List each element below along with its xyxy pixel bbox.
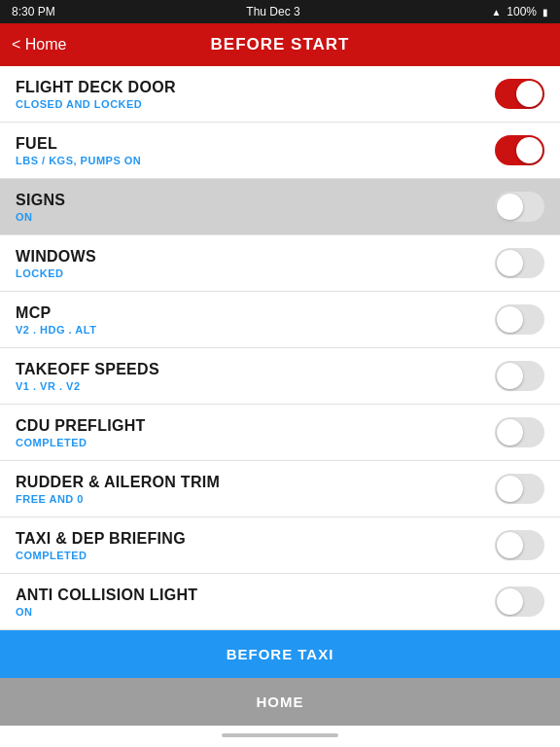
item-subtitle-mcp: V2 . HDG . ALT bbox=[16, 324, 96, 336]
toggle-cdu-preflight[interactable] bbox=[495, 417, 544, 447]
toggle-mcp[interactable] bbox=[495, 304, 544, 335]
item-title-flight-deck-door: FLIGHT DECK DOOR bbox=[16, 79, 176, 96]
nav-bar: < Home BEFORE START bbox=[0, 23, 560, 66]
toggle-thumb-fuel bbox=[516, 137, 542, 163]
checklist-item-windows[interactable]: WINDOWSLOCKED bbox=[0, 235, 560, 292]
checklist-item-rudder-aileron[interactable]: RUDDER & AILERON TRIMFREE AND 0 bbox=[0, 461, 560, 517]
item-subtitle-cdu-preflight: COMPLETED bbox=[16, 437, 146, 448]
status-date: Thu Dec 3 bbox=[246, 5, 299, 18]
item-title-rudder-aileron: RUDDER & AILERON TRIM bbox=[16, 474, 220, 491]
toggle-rudder-aileron[interactable] bbox=[495, 474, 544, 504]
toggle-track-fuel bbox=[495, 135, 544, 165]
item-subtitle-windows: LOCKED bbox=[16, 267, 96, 279]
checklist-item-anti-collision[interactable]: ANTI COLLISION LIGHTON bbox=[0, 574, 560, 630]
toggle-thumb-rudder-aileron bbox=[497, 476, 523, 502]
battery-percent: 100% bbox=[507, 5, 537, 18]
toggle-windows[interactable] bbox=[495, 248, 544, 278]
item-title-signs: SIGNS bbox=[16, 192, 65, 209]
toggle-flight-deck-door[interactable] bbox=[495, 79, 544, 109]
home-bar bbox=[222, 733, 338, 737]
checklist-item-mcp[interactable]: MCPV2 . HDG . ALT bbox=[0, 292, 560, 348]
item-subtitle-fuel: LBS / KGS, PUMPS ON bbox=[16, 155, 141, 166]
toggle-track-flight-deck-door bbox=[495, 79, 544, 109]
item-title-takeoff-speeds: TAKEOFF SPEEDS bbox=[16, 361, 159, 378]
item-title-taxi-dep-briefing: TAXI & DEP BRIEFING bbox=[16, 530, 186, 548]
item-subtitle-rudder-aileron: FREE AND 0 bbox=[16, 493, 220, 505]
toggle-thumb-takeoff-speeds bbox=[497, 363, 523, 389]
toggle-fuel[interactable] bbox=[495, 135, 544, 165]
toggle-track-takeoff-speeds bbox=[495, 361, 544, 391]
toggle-track-rudder-aileron bbox=[495, 474, 544, 504]
item-title-anti-collision: ANTI COLLISION LIGHT bbox=[16, 587, 197, 604]
item-subtitle-taxi-dep-briefing: COMPLETED bbox=[16, 550, 186, 561]
checklist: FLIGHT DECK DOORCLOSED AND LOCKEDFUELLBS… bbox=[0, 66, 560, 630]
toggle-takeoff-speeds[interactable] bbox=[495, 361, 544, 391]
toggle-taxi-dep-briefing[interactable] bbox=[495, 530, 544, 560]
item-subtitle-anti-collision: ON bbox=[16, 606, 197, 618]
toggle-thumb-flight-deck-door bbox=[516, 81, 542, 107]
toggle-thumb-anti-collision bbox=[497, 588, 523, 615]
toggle-thumb-cdu-preflight bbox=[497, 419, 523, 445]
item-title-windows: WINDOWS bbox=[16, 248, 96, 266]
toggle-thumb-mcp bbox=[497, 306, 523, 333]
status-bar: 8:30 PM Thu Dec 3 100% bbox=[0, 0, 560, 23]
toggle-track-signs bbox=[495, 192, 544, 222]
item-subtitle-takeoff-speeds: V1 . VR . V2 bbox=[16, 380, 159, 392]
back-button[interactable]: < Home bbox=[12, 36, 66, 53]
wifi-icon bbox=[491, 5, 501, 18]
item-title-fuel: FUEL bbox=[16, 135, 141, 153]
battery-icon bbox=[542, 5, 548, 18]
checklist-item-fuel[interactable]: FUELLBS / KGS, PUMPS ON bbox=[0, 123, 560, 179]
before-taxi-button[interactable]: BEFORE TAXI bbox=[0, 630, 560, 678]
item-subtitle-flight-deck-door: CLOSED AND LOCKED bbox=[16, 98, 176, 110]
home-indicator bbox=[0, 726, 560, 741]
toggle-track-mcp bbox=[495, 304, 544, 335]
toggle-track-windows bbox=[495, 248, 544, 278]
checklist-item-flight-deck-door[interactable]: FLIGHT DECK DOORCLOSED AND LOCKED bbox=[0, 66, 560, 123]
toggle-signs[interactable] bbox=[495, 192, 544, 222]
toggle-track-anti-collision bbox=[495, 587, 544, 617]
home-button[interactable]: HOME bbox=[0, 678, 560, 726]
checklist-item-cdu-preflight[interactable]: CDU PREFLIGHTCOMPLETED bbox=[0, 405, 560, 461]
toggle-anti-collision[interactable] bbox=[495, 587, 544, 617]
status-time: 8:30 PM bbox=[12, 5, 55, 18]
nav-title: BEFORE START bbox=[211, 35, 350, 54]
item-subtitle-signs: ON bbox=[16, 211, 65, 223]
toggle-thumb-taxi-dep-briefing bbox=[497, 532, 523, 558]
toggle-thumb-signs bbox=[497, 194, 523, 220]
item-title-cdu-preflight: CDU PREFLIGHT bbox=[16, 417, 146, 435]
toggle-track-cdu-preflight bbox=[495, 417, 544, 447]
toggle-track-taxi-dep-briefing bbox=[495, 530, 544, 560]
checklist-item-taxi-dep-briefing[interactable]: TAXI & DEP BRIEFINGCOMPLETED bbox=[0, 517, 560, 574]
checklist-item-signs[interactable]: SIGNSON bbox=[0, 179, 560, 235]
item-title-mcp: MCP bbox=[16, 304, 96, 322]
checklist-item-takeoff-speeds[interactable]: TAKEOFF SPEEDSV1 . VR . V2 bbox=[0, 348, 560, 405]
toggle-thumb-windows bbox=[497, 250, 523, 276]
